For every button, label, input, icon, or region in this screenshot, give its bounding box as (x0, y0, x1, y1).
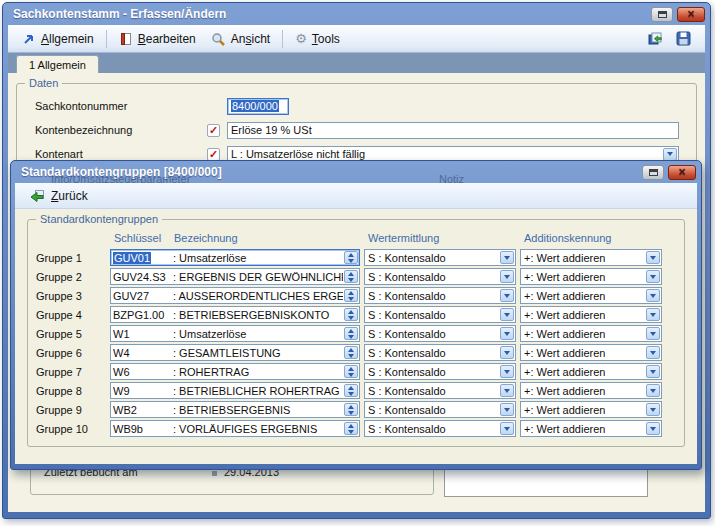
menu-item-tools[interactable]: ⚙ Tools (289, 30, 346, 48)
wertermittlung-select[interactable]: S : Kontensaldo (364, 382, 516, 399)
schluessel-value[interactable]: W9 (111, 385, 173, 397)
wertermittlung-select[interactable]: S : Kontensaldo (364, 268, 516, 285)
kontenbezeichnung-input[interactable]: Erlöse 19 % USt (227, 122, 679, 139)
dropdown-arrow-icon[interactable] (646, 289, 660, 302)
dropdown-arrow-icon[interactable] (646, 251, 660, 264)
spinner-control[interactable] (344, 346, 358, 359)
wertermittlung-select[interactable]: S : Kontensaldo (364, 401, 516, 418)
red-check-icon[interactable]: ✓ (207, 124, 220, 137)
dropdown-arrow-icon[interactable] (500, 346, 514, 359)
dropdown-arrow-icon[interactable] (500, 403, 514, 416)
close-button[interactable]: × (677, 7, 705, 22)
schluessel-bezeichnung-field[interactable]: W6 : ROHERTRAG (110, 363, 360, 380)
schluessel-value[interactable]: W1 (111, 328, 173, 340)
wertermittlung-select[interactable]: S : Kontensaldo (364, 306, 516, 323)
schluessel-value[interactable]: WB9b (111, 423, 173, 435)
wertermittlung-select[interactable]: S : Kontensaldo (364, 363, 516, 380)
wertermittlung-select[interactable]: S : Kontensaldo (364, 325, 516, 342)
wertermittlung-select[interactable]: S : Kontensaldo (364, 287, 516, 304)
bezeichnung-value[interactable]: : BETRIEBLICHER ROHERTRAG (173, 385, 343, 397)
bezeichnung-value[interactable]: : Umsatzerlöse (173, 328, 343, 340)
dialog-close-button[interactable]: × (668, 165, 696, 180)
spinner-control[interactable] (344, 384, 358, 397)
dialog-titlebar[interactable]: Standardkontengruppen [8400/000] Info/Um… (11, 161, 701, 183)
zurueck-button[interactable]: Zurück (23, 187, 94, 205)
spinner-down-icon[interactable] (348, 392, 354, 396)
spinner-control[interactable] (344, 327, 358, 340)
dropdown-arrow-icon[interactable] (500, 327, 514, 340)
spinner-control[interactable] (344, 308, 358, 321)
menu-item-ansicht[interactable]: Ansicht (205, 30, 276, 48)
spinner-up-icon[interactable] (348, 348, 354, 352)
additionskennung-select[interactable]: +: Wert addieren (520, 268, 662, 285)
dropdown-arrow-icon[interactable] (500, 384, 514, 397)
main-titlebar[interactable]: Sachkontenstamm - Erfassen/Ändern × (3, 3, 710, 25)
dropdown-arrow-icon[interactable] (646, 403, 660, 416)
spinner-control[interactable] (344, 251, 358, 264)
schluessel-value[interactable]: BZPG1.00 (111, 309, 173, 321)
schluessel-value[interactable]: GUV27 (111, 290, 173, 302)
wertermittlung-select[interactable]: S : Kontensaldo (364, 344, 516, 361)
dialog-restore-button[interactable] (642, 165, 664, 180)
spinner-up-icon[interactable] (348, 405, 354, 409)
dropdown-arrow-icon[interactable] (646, 308, 660, 321)
spinner-up-icon[interactable] (348, 291, 354, 295)
menu-item-bearbeiten[interactable]: Bearbeiten (113, 30, 202, 48)
dropdown-arrow-icon[interactable] (500, 251, 514, 264)
spinner-up-icon[interactable] (348, 310, 354, 314)
dropdown-arrow-icon[interactable] (646, 346, 660, 359)
spinner-down-icon[interactable] (348, 335, 354, 339)
additionskennung-select[interactable]: +: Wert addieren (520, 363, 662, 380)
dropdown-arrow-icon[interactable] (663, 148, 677, 161)
bezeichnung-value[interactable]: : ROHERTRAG (173, 366, 343, 378)
spinner-control[interactable] (344, 422, 358, 435)
bezeichnung-value[interactable]: : Umsatzerlöse (173, 252, 343, 264)
tab-allgemein[interactable]: 1 Allgemein (16, 55, 99, 74)
wertermittlung-select[interactable]: S : Kontensaldo (364, 420, 516, 437)
spinner-up-icon[interactable] (348, 367, 354, 371)
schluessel-bezeichnung-field[interactable]: W9 : BETRIEBLICHER ROHERTRAG (110, 382, 360, 399)
schluessel-bezeichnung-field[interactable]: WB2 : BETRIEBSERGEBNIS (110, 401, 360, 418)
additionskennung-select[interactable]: +: Wert addieren (520, 306, 662, 323)
additionskennung-select[interactable]: +: Wert addieren (520, 401, 662, 418)
spinner-control[interactable] (344, 270, 358, 283)
dropdown-arrow-icon[interactable] (646, 270, 660, 283)
book-icon[interactable] (648, 31, 664, 46)
schluessel-bezeichnung-field[interactable]: BZPG1.00 : BETRIEBSERGEBNISKONTO (110, 306, 360, 323)
red-check-icon[interactable]: ✓ (207, 148, 220, 161)
bezeichnung-value[interactable]: : VORLÄUFIGES ERGEBNIS (173, 423, 343, 435)
bezeichnung-value[interactable]: : GESAMTLEISTUNG (173, 347, 343, 359)
dropdown-arrow-icon[interactable] (500, 365, 514, 378)
spinner-down-icon[interactable] (348, 354, 354, 358)
dropdown-arrow-icon[interactable] (646, 327, 660, 340)
additionskennung-select[interactable]: +: Wert addieren (520, 382, 662, 399)
schluessel-value[interactable]: GUV01 (111, 252, 173, 264)
spinner-down-icon[interactable] (348, 259, 354, 263)
restore-button[interactable] (651, 7, 673, 22)
wertermittlung-select[interactable]: S : Kontensaldo (364, 249, 516, 266)
dropdown-arrow-icon[interactable] (646, 384, 660, 397)
schluessel-bezeichnung-field[interactable]: W1 : Umsatzerlöse (110, 325, 360, 342)
schluessel-bezeichnung-field[interactable]: GUV01 : Umsatzerlöse (110, 249, 360, 266)
additionskennung-select[interactable]: +: Wert addieren (520, 420, 662, 437)
spinner-up-icon[interactable] (348, 386, 354, 390)
schluessel-bezeichnung-field[interactable]: W4 : GESAMTLEISTUNG (110, 344, 360, 361)
spinner-down-icon[interactable] (348, 278, 354, 282)
bezeichnung-value[interactable]: : BETRIEBSERGEBNISKONTO (173, 309, 343, 321)
save-icon[interactable] (676, 31, 691, 46)
spinner-control[interactable] (344, 289, 358, 302)
spinner-down-icon[interactable] (348, 411, 354, 415)
schluessel-bezeichnung-field[interactable]: WB9b : VORLÄUFIGES ERGEBNIS (110, 420, 360, 437)
bezeichnung-value[interactable]: : AUSSERORDENTLICHES ERGEBNIS (173, 290, 343, 302)
schluessel-value[interactable]: GUV24.S3 (111, 271, 173, 283)
schluessel-value[interactable]: W6 (111, 366, 173, 378)
spinner-control[interactable] (344, 365, 358, 378)
schluessel-value[interactable]: W4 (111, 347, 173, 359)
spinner-control[interactable] (344, 403, 358, 416)
spinner-up-icon[interactable] (348, 253, 354, 257)
dropdown-arrow-icon[interactable] (500, 308, 514, 321)
schluessel-bezeichnung-field[interactable]: GUV24.S3 : ERGEBNIS DER GEWÖHNLICHEN GES (110, 268, 360, 285)
spinner-up-icon[interactable] (348, 329, 354, 333)
dropdown-arrow-icon[interactable] (646, 365, 660, 378)
menu-item-allgemein[interactable]: Allgemein (16, 30, 100, 48)
